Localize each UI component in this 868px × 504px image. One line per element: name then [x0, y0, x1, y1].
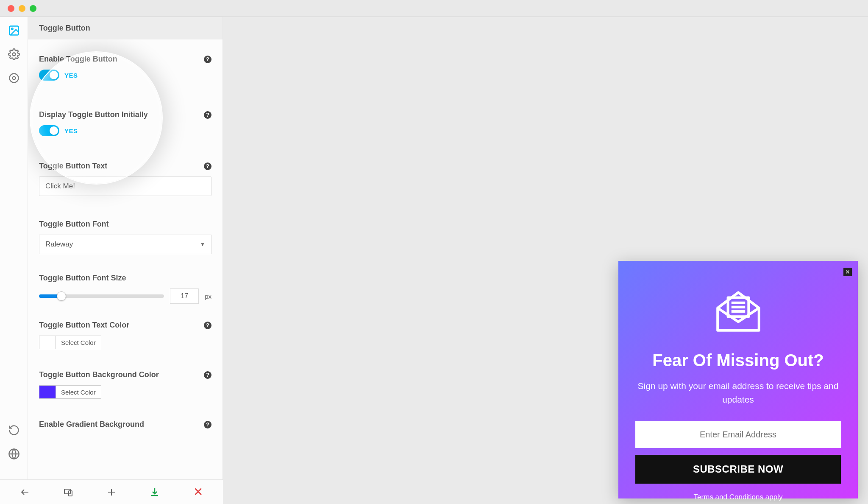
history-icon	[8, 424, 20, 436]
popup-terms: Terms and Conditions apply	[694, 493, 783, 501]
help-icon[interactable]: ?	[204, 162, 211, 170]
device-icon	[63, 487, 73, 497]
window-minimize-dot[interactable]	[19, 5, 25, 12]
popup-subtitle: Sign up with your email address to recei…	[635, 379, 841, 406]
target-icon	[8, 72, 20, 84]
font-size-label: Toggle Button Font Size	[39, 274, 126, 283]
chevron-down-icon: ▼	[200, 241, 205, 247]
enable-toggle-label: Enable Toggle Button	[39, 55, 117, 64]
back-button[interactable]	[19, 487, 31, 498]
enable-toggle-switch[interactable]	[39, 70, 59, 81]
window-titlebar	[0, 0, 868, 17]
discard-button[interactable]: ✕	[192, 487, 203, 498]
bg-color-button[interactable]: Select Color	[56, 385, 101, 399]
text-color-button[interactable]: Select Color	[56, 336, 101, 349]
gradient-label: Enable Gradient Background	[39, 420, 144, 429]
display-initially-label: Display Toggle Button Initially	[39, 110, 148, 119]
display-initially-switch[interactable]	[39, 125, 59, 136]
image-icon	[8, 25, 20, 36]
globe-button[interactable]	[8, 448, 20, 462]
canvas: ✕ Fear Of Missing Out? Sign up with your…	[223, 17, 868, 504]
help-icon[interactable]: ?	[204, 322, 211, 329]
help-icon[interactable]: ?	[204, 371, 211, 379]
back-icon	[20, 487, 30, 497]
font-label: Toggle Button Font	[39, 220, 109, 229]
svg-point-3	[9, 74, 18, 83]
window-zoom-dot[interactable]	[30, 5, 36, 12]
side-rail	[0, 17, 28, 504]
button-text-label: Toggle Button Text	[39, 162, 107, 171]
font-size-input[interactable]	[170, 288, 199, 304]
bg-color-swatch[interactable]	[39, 385, 56, 399]
enable-toggle-value: YES	[64, 72, 78, 79]
popup-close-button[interactable]: ✕	[843, 268, 852, 276]
font-select-value: Raleway	[45, 240, 73, 249]
help-icon[interactable]: ?	[204, 421, 211, 428]
download-icon	[150, 487, 160, 497]
add-button[interactable]	[106, 487, 117, 498]
svg-point-4	[12, 77, 15, 80]
font-size-unit: px	[205, 293, 211, 300]
popup-preview: ✕ Fear Of Missing Out? Sign up with your…	[618, 261, 858, 498]
target-tab[interactable]	[8, 72, 20, 86]
help-icon[interactable]: ?	[204, 111, 211, 119]
save-button[interactable]	[149, 487, 160, 498]
svg-rect-12	[64, 489, 70, 494]
panel-header: Toggle Button	[28, 17, 223, 39]
svg-point-1	[11, 28, 13, 30]
font-size-slider[interactable]	[39, 294, 164, 298]
mail-icon	[711, 282, 766, 339]
settings-tab[interactable]	[8, 48, 20, 62]
globe-icon	[8, 448, 20, 460]
design-tab[interactable]	[8, 25, 20, 38]
popup-subscribe-button[interactable]: SUBSCRIBE NOW	[635, 455, 841, 484]
button-text-input[interactable]	[39, 176, 211, 196]
text-color-label: Toggle Button Text Color	[39, 321, 129, 330]
panel-footer: ✕	[0, 479, 223, 504]
responsive-button[interactable]	[63, 487, 74, 498]
popup-title: Fear Of Missing Out?	[652, 351, 823, 370]
bg-color-label: Toggle Button Background Color	[39, 370, 159, 379]
window-close-dot[interactable]	[8, 5, 14, 12]
gear-icon	[8, 48, 20, 60]
settings-panel: Toggle Button Enable Toggle Button ? YES…	[28, 17, 223, 504]
font-select[interactable]: Raleway ▼	[39, 235, 211, 254]
display-initially-value: YES	[64, 127, 78, 134]
history-button[interactable]	[8, 424, 20, 438]
close-icon: ✕	[845, 269, 850, 275]
help-icon[interactable]: ?	[204, 56, 211, 63]
plus-icon	[106, 487, 117, 497]
close-icon: ✕	[193, 485, 203, 499]
popup-email-input[interactable]	[635, 421, 841, 448]
svg-point-2	[12, 53, 15, 56]
text-color-swatch[interactable]	[39, 336, 56, 349]
